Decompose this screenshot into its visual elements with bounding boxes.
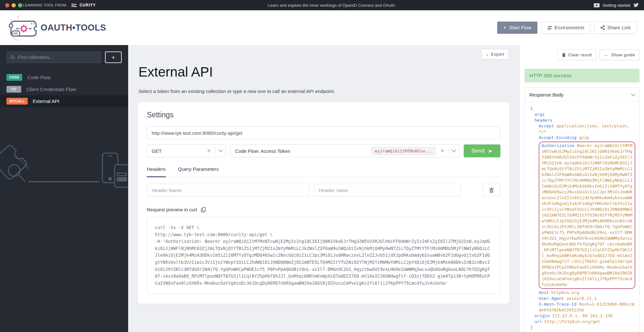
response-line: User-Agent axios/0.21.1 xyxy=(539,296,635,301)
settings-card: Settings GET ✕ Code Flow: Access Token e… xyxy=(138,102,509,304)
response-line: { xyxy=(530,106,635,112)
response-line: Host httpbin.org xyxy=(539,290,635,296)
response-line: headers xyxy=(535,117,635,123)
settings-heading: Settings xyxy=(147,111,500,119)
app-tagline: Learn and explore the inner workings of … xyxy=(268,3,396,8)
collection-label: External API xyxy=(33,98,60,104)
collections-sidebar: + CODECode FlowCCClient Credentials Flow… xyxy=(0,45,128,332)
header-value-input[interactable] xyxy=(314,184,461,197)
environments-button[interactable]: Environments xyxy=(541,22,591,34)
collection-badge: APICALL xyxy=(6,98,28,105)
url-input[interactable] xyxy=(147,126,500,139)
curity-logo: C CURITY xyxy=(71,2,96,8)
add-collection-button[interactable]: + xyxy=(105,51,122,63)
show-guide-button[interactable]: ← Show guide xyxy=(600,50,639,60)
collection-item[interactable]: APICALLExternal API xyxy=(0,95,128,107)
oauth-tools-logo-icon xyxy=(7,14,37,41)
chevron-down-icon[interactable] xyxy=(452,148,456,152)
copy-icon[interactable] xyxy=(201,207,206,212)
minimize-window-icon[interactable] xyxy=(12,3,16,7)
collections-search-input[interactable] xyxy=(17,54,97,60)
status-banner: HTTP 200 success xyxy=(525,69,639,82)
token-select[interactable]: Code Flow: Access Token eyJraWQiOiItMTMx… xyxy=(230,144,459,157)
maximize-window-icon[interactable] xyxy=(18,3,22,7)
send-arrow-icon: ➤ xyxy=(488,148,492,154)
token-chip: eyJraWQiOiItMTMxNTcw... xyxy=(371,147,436,155)
collections-search[interactable] xyxy=(6,51,101,63)
result-panel: Clear result ← Show guide HTTP 200 succe… xyxy=(519,45,644,332)
titlebar: LEARNING TOOL FROM C CURITY Learn and ex… xyxy=(0,0,644,10)
search-icon xyxy=(10,55,14,60)
share-icon xyxy=(601,25,605,30)
response-line: Accept application/json, text/plain, */* xyxy=(539,123,635,135)
clear-result-button[interactable]: Clear result xyxy=(557,50,597,60)
method-value: GET xyxy=(152,148,202,154)
response-body-title: Response Body xyxy=(529,92,564,97)
response-json: {argsheadersAccept application/json, tex… xyxy=(525,102,639,332)
chevron-down-icon xyxy=(631,92,635,96)
collection-list: CODECode FlowCCClient Credentials FlowAP… xyxy=(0,71,128,107)
response-line: } xyxy=(530,325,635,330)
getting-started-link[interactable]: Getting started xyxy=(603,3,630,8)
collection-item[interactable]: CODECode Flow xyxy=(0,71,128,83)
curl-preview: curl -Ss -X GET \ http://www.tyk-test.co… xyxy=(147,217,500,294)
collection-label: Code Flow xyxy=(27,75,51,80)
logo-wordmark: OAUTH•TOOLS xyxy=(41,23,106,33)
curl-preview-label: Request preview in curl xyxy=(147,207,197,212)
plus-icon: + xyxy=(503,24,507,31)
tab-headers[interactable]: Headers xyxy=(147,166,166,177)
share-link-button[interactable]: Share Link xyxy=(594,22,637,34)
clear-token-icon[interactable]: ✕ xyxy=(439,148,446,154)
window-controls xyxy=(5,3,20,7)
trash-icon xyxy=(489,188,494,193)
trash-icon xyxy=(562,53,566,57)
request-tabs: Headers Query Parameters xyxy=(147,166,500,177)
curity-brand-text: CURITY xyxy=(80,3,96,7)
app-header: OAUTH•TOOLS + Start Flow Environments xyxy=(0,10,644,45)
collection-label: Client Credentials Flow xyxy=(26,87,76,92)
back-arrow-icon: ← xyxy=(604,52,609,57)
chevron-down-icon[interactable] xyxy=(218,148,223,152)
clear-method-icon[interactable]: ✕ xyxy=(205,148,212,154)
page-title: External API xyxy=(138,64,509,80)
app-logo: OAUTH•TOOLS xyxy=(7,14,106,41)
response-line: args xyxy=(535,112,635,117)
sliders-icon xyxy=(547,26,552,30)
svg-text:C: C xyxy=(73,3,77,8)
start-flow-button[interactable]: + Start Flow xyxy=(497,22,538,34)
delete-header-button[interactable] xyxy=(482,184,500,197)
page-subtitle: Select a token from an existing collecti… xyxy=(138,88,509,94)
tab-query-parameters[interactable]: Query Parameters xyxy=(178,166,219,177)
learning-tool-from-text: LEARNING TOOL FROM xyxy=(23,3,66,7)
token-select-value: Code Flow: Access Token xyxy=(235,148,368,154)
response-line: X-Amzn-Trace-Id Root=1-61253d60-00bcc8de… xyxy=(539,301,635,313)
response-body-card: Response Body {argsheadersAccept applica… xyxy=(525,88,639,332)
response-line: origin 172.22.0.1, 69.181.2.136 xyxy=(535,313,635,319)
curity-c-icon: C xyxy=(71,2,78,8)
collection-item[interactable]: CCClient Credentials Flow xyxy=(0,83,128,95)
response-line: url http://httpbin.org/get xyxy=(535,319,635,325)
response-body-header[interactable]: Response Body xyxy=(525,88,639,102)
response-line: Accept-Encoding gzip xyxy=(539,135,635,141)
send-button[interactable]: Send ➤ xyxy=(464,144,500,157)
authorization-highlight: Authorization Bearer eyJraWQiOiItMTMxNTc… xyxy=(539,142,635,289)
twitter-icon[interactable] xyxy=(633,3,639,7)
export-button[interactable]: ↓ Export xyxy=(481,49,509,60)
close-window-icon[interactable] xyxy=(5,3,9,7)
oauth-tools-app: LEARNING TOOL FROM C CURITY Learn and ex… xyxy=(0,0,644,332)
youtube-icon[interactable] xyxy=(594,3,600,7)
sidebar-illustration xyxy=(0,138,128,202)
download-icon: ↓ xyxy=(486,52,488,57)
collection-badge: CODE xyxy=(6,74,22,81)
header-name-input[interactable] xyxy=(147,184,309,197)
method-select[interactable]: GET ✕ xyxy=(147,144,226,157)
collection-badge: CC xyxy=(6,86,21,93)
flow-main: ↓ Export External API Select a token fro… xyxy=(128,45,519,332)
